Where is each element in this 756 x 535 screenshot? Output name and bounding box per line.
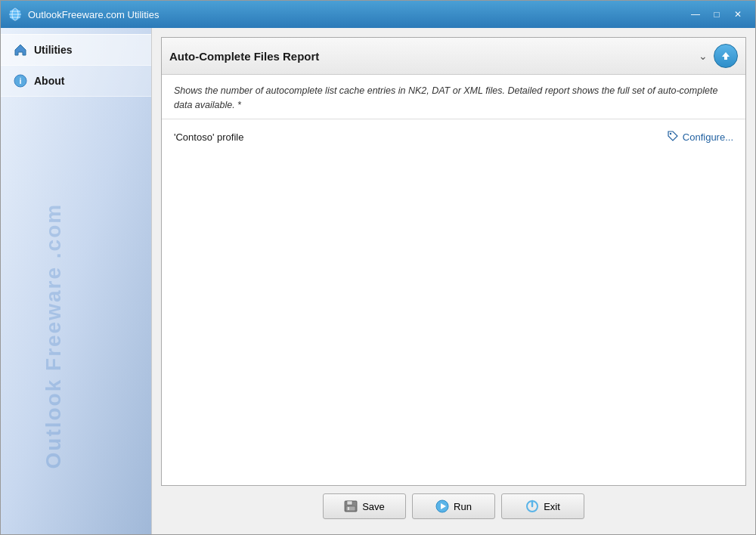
app-window: OutlookFreeware.com Utilities — □ ✕ Util… <box>0 0 756 535</box>
bottom-toolbar: Save Run <box>161 486 746 525</box>
sidebar-nav: Utilities i About <box>1 28 151 97</box>
save-label: Save <box>362 501 385 512</box>
minimize-button[interactable]: — <box>686 6 705 23</box>
configure-label: Configure... <box>683 131 733 143</box>
sidebar-about-label: About <box>34 75 64 87</box>
description-text: Shows the number of autocomplete list ca… <box>162 75 745 119</box>
sidebar: Utilities i About Outlook Freeware .com <box>1 28 152 534</box>
run-label: Run <box>454 501 472 512</box>
sidebar-item-utilities[interactable]: Utilities <box>1 34 151 66</box>
main-content: Utilities i About Outlook Freeware .com <box>1 28 755 534</box>
content-box: Auto-Complete Files Report ⌄ Shows the n… <box>161 37 746 486</box>
save-button[interactable]: Save <box>323 493 406 519</box>
svg-rect-10 <box>347 501 352 505</box>
svg-rect-11 <box>346 506 355 511</box>
titlebar: OutlookFreeware.com Utilities — □ ✕ <box>1 1 755 28</box>
configure-button[interactable]: Configure... <box>667 130 733 144</box>
close-button[interactable]: ✕ <box>728 6 748 23</box>
sidebar-utilities-label: Utilities <box>34 44 73 56</box>
chevron-down-icon: ⌄ <box>699 50 708 62</box>
dropdown-label: Auto-Complete Files Report <box>169 50 692 63</box>
svg-rect-12 <box>348 507 349 510</box>
window-title: OutlookFreeware.com Utilities <box>28 9 680 20</box>
app-icon <box>8 8 22 21</box>
maximize-button[interactable]: □ <box>707 6 727 23</box>
right-panel: Auto-Complete Files Report ⌄ Shows the n… <box>152 28 755 534</box>
profile-name: 'Contoso' profile <box>174 131 243 143</box>
svg-marker-7 <box>722 52 730 60</box>
profile-area: 'Contoso' profile Configure... <box>162 119 745 155</box>
window-controls: — □ ✕ <box>686 6 748 23</box>
svg-point-8 <box>670 132 671 134</box>
sidebar-watermark: Outlook Freeware .com <box>42 274 66 469</box>
run-icon <box>435 499 449 513</box>
sidebar-item-about[interactable]: i About <box>1 66 151 97</box>
exit-label: Exit <box>544 501 560 512</box>
info-icon: i <box>13 73 28 88</box>
home-icon <box>13 42 28 57</box>
dropdown-header[interactable]: Auto-Complete Files Report ⌄ <box>162 38 745 75</box>
content-fill-area <box>162 155 745 486</box>
svg-text:i: i <box>19 76 21 85</box>
power-icon <box>525 499 539 513</box>
save-icon <box>344 499 358 513</box>
exit-button[interactable]: Exit <box>501 493 584 519</box>
tag-icon <box>667 130 679 144</box>
upload-button[interactable] <box>714 44 738 68</box>
run-button[interactable]: Run <box>412 493 495 519</box>
